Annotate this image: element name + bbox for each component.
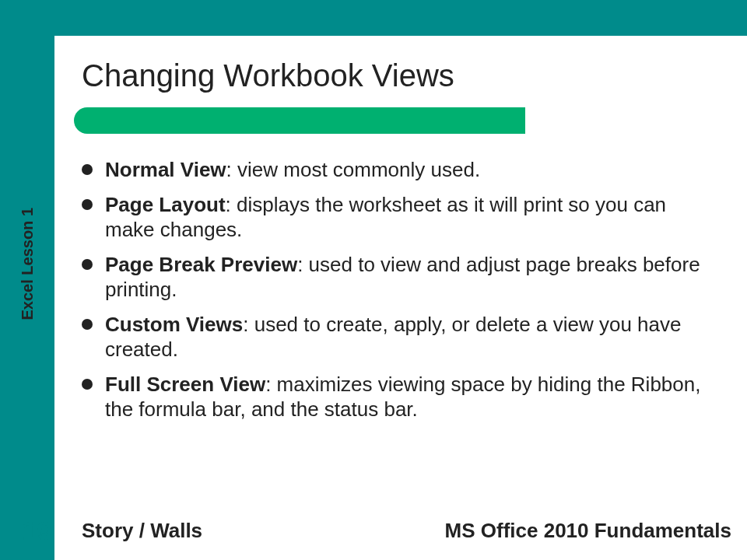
bullet-desc: : view most commonly used. <box>226 158 481 181</box>
footer-left: Story / Walls <box>82 519 202 543</box>
bullet-term: Full Screen View <box>105 373 265 396</box>
slide-content: Changing Workbook Views Normal View: vie… <box>82 58 716 432</box>
list-item: Page Layout: displays the worksheet as i… <box>82 192 716 243</box>
bullet-term: Custom Views <box>105 313 243 336</box>
list-item: Custom Views: used to create, apply, or … <box>82 312 716 362</box>
footer: 19 Story / Walls MS Office 2010 Fundamen… <box>0 516 747 546</box>
slide-title: Changing Workbook Views <box>82 58 716 93</box>
list-item: Full Screen View: maximizes viewing spac… <box>82 372 716 422</box>
list-item: Normal View: view most commonly used. <box>82 157 716 183</box>
bullet-list: Normal View: view most commonly used. Pa… <box>82 157 716 422</box>
bullet-term: Page Break Preview <box>105 253 297 276</box>
sidebar-label: Excel Lesson 1 <box>19 208 37 320</box>
title-underline <box>82 107 716 134</box>
top-border <box>0 0 747 36</box>
bullet-term: Normal View <box>105 158 226 181</box>
underline-bar <box>113 107 525 134</box>
page-number: 19 <box>0 516 74 546</box>
footer-right: MS Office 2010 Fundamentals <box>445 519 731 543</box>
list-item: Page Break Preview: used to view and adj… <box>82 252 716 303</box>
bullet-term: Page Layout <box>105 193 226 216</box>
